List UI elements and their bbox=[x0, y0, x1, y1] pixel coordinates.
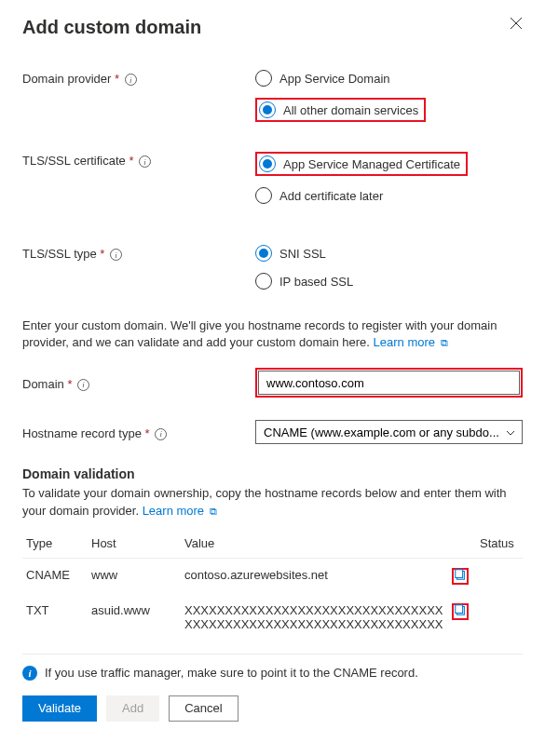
cell-type: CNAME bbox=[22, 558, 88, 594]
radio-label: App Service Domain bbox=[279, 72, 390, 86]
info-icon[interactable]: i bbox=[139, 155, 151, 168]
th-host: Host bbox=[88, 529, 181, 559]
cell-host: asuid.www bbox=[88, 594, 181, 641]
add-button: Add bbox=[106, 695, 159, 722]
radio-app-service-domain[interactable]: App Service Domain bbox=[255, 70, 523, 87]
info-banner: i If you use traffic manager, make sure … bbox=[22, 654, 523, 681]
info-banner-text: If you use traffic manager, make sure to… bbox=[45, 666, 418, 680]
cell-value: XXXXXXXXXXXXXXXXXXXXXXXXXXXXXXXXXXXXXXXX… bbox=[181, 594, 448, 641]
radio-sni-ssl[interactable]: SNI SSL bbox=[255, 245, 523, 262]
radio-label: All other domain services bbox=[283, 103, 418, 117]
radio-label: SNI SSL bbox=[279, 247, 326, 261]
learn-more-link[interactable]: Learn more ⧉ bbox=[143, 504, 217, 518]
radio-icon-checked bbox=[259, 155, 276, 172]
radio-label: Add certificate later bbox=[279, 189, 383, 203]
info-icon[interactable]: i bbox=[125, 74, 137, 86]
external-link-icon: ⧉ bbox=[210, 505, 217, 519]
radio-ip-based-ssl[interactable]: IP based SSL bbox=[255, 273, 523, 290]
copy-icon bbox=[454, 568, 467, 584]
th-type: Type bbox=[22, 529, 88, 559]
cell-value: contoso.azurewebsites.net bbox=[181, 558, 448, 594]
close-button[interactable] bbox=[510, 17, 523, 33]
info-icon[interactable]: i bbox=[110, 249, 122, 261]
radio-icon-checked bbox=[259, 101, 276, 118]
cell-status bbox=[476, 594, 523, 641]
svg-rect-5 bbox=[456, 605, 463, 614]
domain-validation-text: To validate your domain ownership, copy … bbox=[22, 485, 523, 519]
required-indicator: * bbox=[145, 426, 150, 440]
hostname-record-type-select[interactable]: CNAME (www.example.com or any subdo... bbox=[255, 420, 523, 444]
radio-app-service-managed-certificate[interactable]: App Service Managed Certificate bbox=[259, 155, 460, 172]
cell-host: www bbox=[88, 558, 181, 594]
info-icon[interactable]: i bbox=[155, 428, 167, 440]
domain-label: Domain * i bbox=[22, 375, 255, 391]
required-indicator: * bbox=[100, 247, 104, 261]
radio-icon bbox=[255, 187, 272, 204]
info-icon[interactable]: i bbox=[77, 379, 89, 391]
page-title: Add custom domain bbox=[22, 17, 201, 38]
domain-input[interactable] bbox=[258, 371, 520, 395]
th-copy bbox=[448, 529, 476, 559]
th-status: Status bbox=[476, 529, 523, 559]
help-text: Enter your custom domain. We'll give you… bbox=[22, 317, 523, 351]
info-banner-icon: i bbox=[22, 666, 37, 681]
domain-validation-title: Domain validation bbox=[22, 466, 523, 481]
radio-icon bbox=[255, 70, 272, 87]
radio-all-other-domain-services[interactable]: All other domain services bbox=[259, 101, 418, 118]
th-value: Value bbox=[181, 529, 448, 559]
table-row: CNAME www contoso.azurewebsites.net bbox=[22, 558, 523, 594]
cancel-button[interactable]: Cancel bbox=[169, 695, 238, 722]
radio-icon bbox=[255, 273, 272, 290]
copy-icon bbox=[454, 603, 467, 619]
hostname-records-table: Type Host Value Status CNAME www contoso… bbox=[22, 529, 523, 641]
required-indicator: * bbox=[67, 377, 72, 391]
external-link-icon: ⧉ bbox=[441, 336, 448, 350]
required-indicator: * bbox=[129, 154, 133, 168]
validate-button[interactable]: Validate bbox=[22, 695, 97, 722]
table-row: TXT asuid.www XXXXXXXXXXXXXXXXXXXXXXXXXX… bbox=[22, 594, 523, 641]
cell-status bbox=[476, 558, 523, 594]
copy-button[interactable] bbox=[452, 568, 469, 585]
cell-type: TXT bbox=[22, 594, 88, 641]
close-icon bbox=[510, 17, 523, 33]
tls-cert-label: TLS/SSL certificate * i bbox=[22, 152, 255, 215]
required-indicator: * bbox=[115, 72, 119, 86]
hostname-record-type-label: Hostname record type * i bbox=[22, 425, 255, 440]
learn-more-link[interactable]: Learn more ⧉ bbox=[374, 335, 448, 349]
copy-button[interactable] bbox=[452, 603, 469, 620]
radio-add-certificate-later[interactable]: Add certificate later bbox=[255, 187, 523, 204]
tls-type-label: TLS/SSL type * i bbox=[22, 245, 255, 301]
domain-provider-label: Domain provider * i bbox=[22, 70, 255, 122]
radio-label: IP based SSL bbox=[279, 275, 353, 289]
radio-label: App Service Managed Certificate bbox=[283, 157, 460, 171]
svg-rect-3 bbox=[456, 570, 463, 578]
radio-icon-checked bbox=[255, 245, 272, 262]
